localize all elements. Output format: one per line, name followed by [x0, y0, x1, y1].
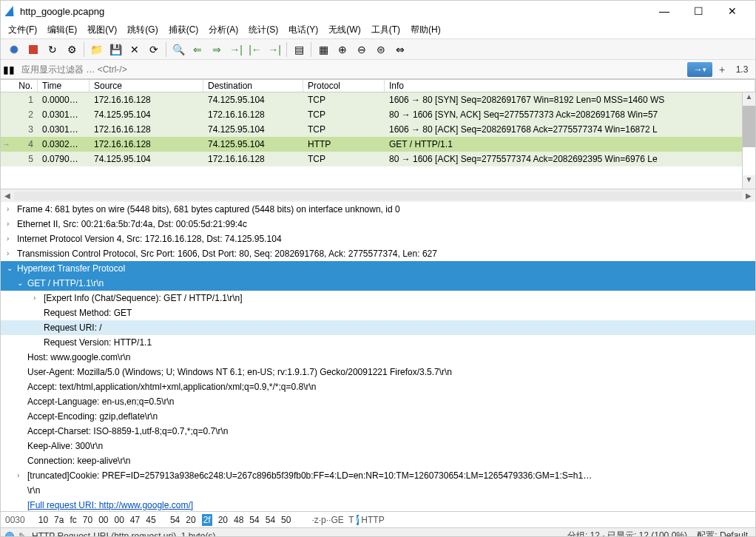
menu-item[interactable]: 电话(Y)	[288, 24, 318, 36]
save-file-icon[interactable]: 💾	[107, 41, 124, 58]
close-button[interactable]: ✕	[715, 5, 749, 17]
packet-details[interactable]: ›Frame 4: 681 bytes on wire (5448 bits),…	[1, 202, 755, 511]
detail-row[interactable]: ⌄Hypertext Transfer Protocol	[1, 261, 755, 276]
svg-rect-1	[29, 45, 38, 54]
filter-add-button[interactable]: +	[715, 64, 729, 75]
status-tool-icon: ✎	[18, 531, 26, 538]
hex-view[interactable]: 0030107afc7000004745 54202f2048545450·z·…	[1, 511, 755, 527]
detail-row[interactable]: Accept-Charset: ISO-8859-1,utf-8;q=0.7,*…	[1, 424, 755, 439]
col-info[interactable]: Info	[385, 80, 755, 92]
status-text: HTTP Request-URI (http.request.uri), 1 b…	[32, 531, 567, 538]
detail-row[interactable]: ›[Expert Info (Chat/Sequence): GET / HTT…	[1, 291, 755, 305]
go-back-icon[interactable]: ⇐	[189, 41, 206, 58]
colorize-icon[interactable]: ▦	[314, 41, 332, 58]
find-icon[interactable]: 🔍	[169, 41, 187, 58]
detail-row[interactable]: [Full request URI: http://www.google.com…	[1, 498, 755, 511]
minimize-button[interactable]: —	[647, 5, 681, 17]
restart-capture-icon[interactable]: ↻	[44, 41, 61, 58]
packet-row[interactable]: 30.0301…172.16.16.12874.125.95.104TCP160…	[1, 122, 755, 137]
go-first-icon[interactable]: |←	[246, 41, 264, 58]
bookmark-icon[interactable]: ▮▮	[1, 64, 17, 75]
packet-row[interactable]: →40.0302…172.16.16.12874.125.95.104HTTPG…	[1, 137, 755, 152]
packet-list[interactable]: 10.0000…172.16.16.12874.125.95.104TCP160…	[1, 92, 755, 189]
resize-columns-icon[interactable]: ⇔	[391, 41, 409, 58]
packet-row[interactable]: 50.0790…74.125.95.104172.16.16.128TCP80 …	[1, 152, 755, 166]
col-destination[interactable]: Destination	[203, 80, 303, 92]
menu-item[interactable]: 统计(S)	[249, 24, 278, 36]
go-forward-icon[interactable]: ⇒	[208, 41, 226, 58]
menu-item[interactable]: 视图(V)	[87, 24, 117, 36]
detail-row[interactable]: Accept-Encoding: gzip,deflate\r\n	[1, 409, 755, 424]
expert-info-icon[interactable]	[5, 532, 14, 538]
detail-row[interactable]: User-Agent: Mozilla/5.0 (Windows; U; Win…	[1, 365, 755, 379]
menu-item[interactable]: 编辑(E)	[47, 24, 77, 36]
window-title: http_google.pcapng	[20, 6, 647, 17]
close-file-icon[interactable]: ✕	[126, 41, 144, 58]
title-bar: http_google.pcapng — ☐ ✕	[1, 1, 755, 21]
detail-row[interactable]: Accept-Language: en-us,en;q=0.5\r\n	[1, 394, 755, 409]
zoom-reset-icon[interactable]: ⊜	[372, 41, 390, 58]
svg-point-0	[10, 46, 18, 53]
auto-scroll-icon[interactable]: ▤	[290, 41, 308, 58]
detail-row[interactable]: ›Transmission Control Protocol, Src Port…	[1, 246, 755, 261]
detail-row[interactable]: Keep-Alive: 300\r\n	[1, 439, 755, 453]
detail-row[interactable]: Host: www.google.com\r\n	[1, 350, 755, 365]
status-right: 分组: 12 · 已显示: 12 (100.0%) 配置: Default	[567, 530, 755, 537]
zoom-out-icon[interactable]: ⊖	[353, 41, 371, 58]
status-bar: ✎ HTTP Request-URI (http.request.uri), 1…	[1, 527, 755, 537]
capture-options-icon[interactable]: ⚙	[63, 41, 81, 58]
menu-item[interactable]: 工具(T)	[371, 24, 400, 36]
menu-item[interactable]: 捕获(C)	[169, 24, 199, 36]
menu-item[interactable]: 帮助(H)	[411, 24, 441, 36]
go-to-packet-icon[interactable]: →|	[227, 41, 245, 58]
menu-item[interactable]: 分析(A)	[209, 24, 238, 36]
maximize-button[interactable]: ☐	[681, 5, 715, 17]
open-file-icon[interactable]: 📁	[87, 41, 105, 58]
packet-list-hscrollbar[interactable]: ◀▶	[1, 189, 755, 202]
menu-bar: 文件(F)编辑(E)视图(V)跳转(G)捕获(C)分析(A)统计(S)电话(Y)…	[1, 21, 755, 39]
detail-row[interactable]: ›[truncated]Cookie: PREF=ID=257913a938e6…	[1, 468, 755, 483]
detail-row[interactable]: Accept: text/html,application/xhtml+xml,…	[1, 379, 755, 394]
toolbar: ↻ ⚙ 📁 💾 ✕ ⟳ 🔍 ⇐ ⇒ →| |← →| ▤ ▦ ⊕ ⊖ ⊜ ⇔	[1, 39, 755, 60]
detail-row[interactable]: \r\n	[1, 483, 755, 498]
col-protocol[interactable]: Protocol	[303, 80, 385, 92]
col-time[interactable]: Time	[38, 80, 90, 92]
zoom-in-icon[interactable]: ⊕	[334, 41, 351, 58]
detail-row[interactable]: Request URI: /	[1, 320, 755, 335]
packet-row[interactable]: 10.0000…172.16.16.12874.125.95.104TCP160…	[1, 92, 755, 107]
go-last-icon[interactable]: →|	[266, 41, 283, 58]
packet-list-scrollbar[interactable]: ▲▼	[742, 92, 755, 189]
start-capture-icon[interactable]	[5, 41, 23, 58]
packet-columns-header: No. Time Source Destination Protocol Inf…	[1, 79, 755, 92]
detail-row[interactable]: Connection: keep-alive\r\n	[1, 453, 755, 468]
filter-bar: ▮▮ →▾ + 1.3	[1, 60, 755, 79]
detail-row[interactable]: ›Ethernet II, Src: 00:21:6a:5b:7d:4a, Ds…	[1, 217, 755, 232]
detail-row[interactable]: Request Version: HTTP/1.1	[1, 335, 755, 350]
filter-apply-button[interactable]: →▾	[687, 62, 712, 77]
display-filter-input[interactable]	[17, 62, 684, 77]
col-no[interactable]: No.	[1, 80, 38, 92]
menu-item[interactable]: 无线(W)	[328, 24, 360, 36]
col-source[interactable]: Source	[90, 80, 203, 92]
detail-row[interactable]: ›Frame 4: 681 bytes on wire (5448 bits),…	[1, 202, 755, 217]
menu-item[interactable]: 文件(F)	[8, 24, 37, 36]
reload-icon[interactable]: ⟳	[145, 41, 163, 58]
packet-row[interactable]: 20.0301…74.125.95.104172.16.16.128TCP80 …	[1, 107, 755, 122]
detail-row[interactable]: Request Method: GET	[1, 305, 755, 320]
detail-row[interactable]: ⌄GET / HTTP/1.1\r\n	[1, 276, 755, 291]
menu-item[interactable]: 跳转(G)	[127, 24, 158, 36]
detail-row[interactable]: ›Internet Protocol Version 4, Src: 172.1…	[1, 232, 755, 246]
stop-capture-icon[interactable]	[24, 41, 42, 58]
app-icon	[4, 6, 17, 16]
filter-version: 1.3	[729, 64, 755, 75]
